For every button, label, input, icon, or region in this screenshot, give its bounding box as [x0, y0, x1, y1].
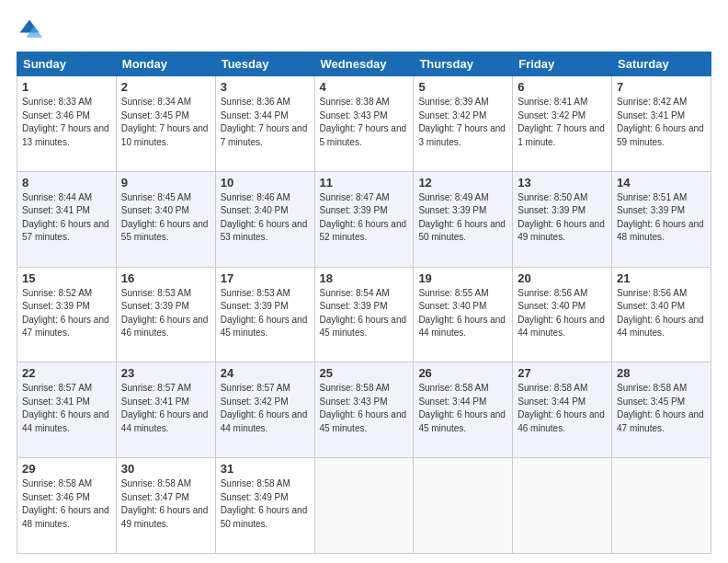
day-number: 5 — [418, 80, 507, 94]
week-row-4: 22 Sunrise: 8:57 AMSunset: 3:41 PMDaylig… — [17, 362, 711, 458]
week-row-1: 1 Sunrise: 8:33 AMSunset: 3:46 PMDayligh… — [17, 76, 711, 172]
day-number: 21 — [617, 271, 706, 285]
day-cell: 29 Sunrise: 8:58 AMSunset: 3:46 PMDaylig… — [17, 458, 117, 554]
day-info: Sunrise: 8:46 AMSunset: 3:40 PMDaylight:… — [221, 192, 308, 243]
day-cell: 24 Sunrise: 8:57 AMSunset: 3:42 PMDaylig… — [215, 362, 314, 458]
day-number: 1 — [22, 80, 111, 94]
day-cell: 25 Sunrise: 8:58 AMSunset: 3:43 PMDaylig… — [314, 362, 414, 458]
day-number: 19 — [418, 271, 507, 285]
day-number: 2 — [121, 80, 210, 94]
day-number: 17 — [221, 271, 310, 285]
logo — [17, 17, 48, 42]
day-info: Sunrise: 8:49 AMSunset: 3:39 PMDaylight:… — [418, 192, 506, 243]
day-info: Sunrise: 8:54 AMSunset: 3:39 PMDaylight:… — [320, 288, 407, 339]
day-info: Sunrise: 8:52 AMSunset: 3:39 PMDaylight:… — [22, 288, 109, 339]
day-info: Sunrise: 8:58 AMSunset: 3:45 PMDaylight:… — [617, 383, 704, 433]
day-cell: 27 Sunrise: 8:58 AMSunset: 3:44 PMDaylig… — [513, 362, 612, 458]
calendar-table: SundayMondayTuesdayWednesdayThursdayFrid… — [17, 52, 711, 554]
day-cell: 1 Sunrise: 8:33 AMSunset: 3:46 PMDayligh… — [17, 76, 117, 172]
day-cell: 26 Sunrise: 8:58 AMSunset: 3:44 PMDaylig… — [414, 362, 513, 458]
day-info: Sunrise: 8:45 AMSunset: 3:40 PMDaylight:… — [121, 192, 209, 243]
header-row: SundayMondayTuesdayWednesdayThursdayFrid… — [17, 52, 711, 76]
day-cell: 19 Sunrise: 8:55 AMSunset: 3:40 PMDaylig… — [414, 267, 513, 362]
day-info: Sunrise: 8:47 AMSunset: 3:39 PMDaylight:… — [320, 192, 407, 243]
day-info: Sunrise: 8:56 AMSunset: 3:40 PMDaylight:… — [518, 288, 605, 339]
day-info: Sunrise: 8:58 AMSunset: 3:44 PMDaylight:… — [518, 383, 605, 433]
day-number: 23 — [121, 366, 210, 380]
day-number: 28 — [617, 366, 706, 380]
day-info: Sunrise: 8:50 AMSunset: 3:39 PMDaylight:… — [518, 192, 605, 243]
day-cell: 2 Sunrise: 8:34 AMSunset: 3:45 PMDayligh… — [116, 76, 215, 172]
day-info: Sunrise: 8:51 AMSunset: 3:39 PMDaylight:… — [617, 192, 704, 243]
day-number: 22 — [22, 366, 111, 380]
day-number: 25 — [320, 366, 409, 380]
day-number: 24 — [221, 366, 310, 380]
day-number: 11 — [320, 176, 409, 190]
day-info: Sunrise: 8:55 AMSunset: 3:40 PMDaylight:… — [418, 288, 506, 339]
day-cell — [513, 458, 612, 554]
day-cell: 5 Sunrise: 8:39 AMSunset: 3:42 PMDayligh… — [414, 76, 513, 172]
logo-icon — [17, 17, 42, 42]
day-cell: 12 Sunrise: 8:49 AMSunset: 3:39 PMDaylig… — [414, 171, 513, 267]
day-number: 27 — [518, 366, 607, 380]
day-info: Sunrise: 8:34 AMSunset: 3:45 PMDaylight:… — [121, 97, 209, 147]
week-row-2: 8 Sunrise: 8:44 AMSunset: 3:41 PMDayligh… — [17, 171, 711, 267]
day-cell: 4 Sunrise: 8:38 AMSunset: 3:43 PMDayligh… — [314, 76, 414, 172]
day-number: 9 — [121, 176, 210, 190]
day-cell: 11 Sunrise: 8:47 AMSunset: 3:39 PMDaylig… — [314, 171, 414, 267]
day-cell: 23 Sunrise: 8:57 AMSunset: 3:41 PMDaylig… — [116, 362, 215, 458]
day-info: Sunrise: 8:57 AMSunset: 3:42 PMDaylight:… — [221, 383, 308, 433]
day-info: Sunrise: 8:58 AMSunset: 3:49 PMDaylight:… — [221, 478, 308, 529]
week-row-5: 29 Sunrise: 8:58 AMSunset: 3:46 PMDaylig… — [17, 458, 711, 554]
day-cell: 30 Sunrise: 8:58 AMSunset: 3:47 PMDaylig… — [116, 458, 215, 554]
day-cell: 14 Sunrise: 8:51 AMSunset: 3:39 PMDaylig… — [612, 171, 711, 267]
col-header-saturday: Saturday — [612, 52, 711, 76]
day-cell: 13 Sunrise: 8:50 AMSunset: 3:39 PMDaylig… — [513, 171, 612, 267]
day-cell — [414, 458, 513, 554]
day-info: Sunrise: 8:36 AMSunset: 3:44 PMDaylight:… — [221, 97, 308, 147]
day-cell: 8 Sunrise: 8:44 AMSunset: 3:41 PMDayligh… — [17, 171, 117, 267]
day-cell: 6 Sunrise: 8:41 AMSunset: 3:42 PMDayligh… — [513, 76, 612, 172]
day-cell: 28 Sunrise: 8:58 AMSunset: 3:45 PMDaylig… — [612, 362, 711, 458]
day-cell: 16 Sunrise: 8:53 AMSunset: 3:39 PMDaylig… — [116, 267, 215, 362]
day-number: 4 — [320, 80, 409, 94]
day-number: 29 — [22, 462, 111, 476]
day-number: 15 — [22, 271, 111, 285]
day-number: 3 — [221, 80, 310, 94]
day-cell: 20 Sunrise: 8:56 AMSunset: 3:40 PMDaylig… — [513, 267, 612, 362]
day-info: Sunrise: 8:57 AMSunset: 3:41 PMDaylight:… — [121, 383, 209, 433]
day-info: Sunrise: 8:44 AMSunset: 3:41 PMDaylight:… — [22, 192, 109, 243]
day-number: 10 — [221, 176, 310, 190]
day-number: 18 — [320, 271, 409, 285]
day-cell: 18 Sunrise: 8:54 AMSunset: 3:39 PMDaylig… — [314, 267, 414, 362]
day-number: 14 — [617, 176, 706, 190]
day-cell — [612, 458, 711, 554]
day-cell: 31 Sunrise: 8:58 AMSunset: 3:49 PMDaylig… — [215, 458, 314, 554]
day-cell: 9 Sunrise: 8:45 AMSunset: 3:40 PMDayligh… — [116, 171, 215, 267]
page: SundayMondayTuesdayWednesdayThursdayFrid… — [0, 0, 728, 563]
week-row-3: 15 Sunrise: 8:52 AMSunset: 3:39 PMDaylig… — [17, 267, 711, 362]
day-info: Sunrise: 8:39 AMSunset: 3:42 PMDaylight:… — [418, 97, 506, 147]
header — [17, 17, 711, 42]
day-info: Sunrise: 8:53 AMSunset: 3:39 PMDaylight:… — [221, 288, 308, 339]
day-number: 31 — [221, 462, 310, 476]
col-header-thursday: Thursday — [414, 52, 513, 76]
day-number: 7 — [617, 80, 706, 94]
day-info: Sunrise: 8:38 AMSunset: 3:43 PMDaylight:… — [320, 97, 407, 147]
day-info: Sunrise: 8:58 AMSunset: 3:47 PMDaylight:… — [121, 478, 209, 529]
col-header-wednesday: Wednesday — [314, 52, 414, 76]
day-info: Sunrise: 8:58 AMSunset: 3:43 PMDaylight:… — [320, 383, 407, 433]
day-number: 8 — [22, 176, 111, 190]
day-info: Sunrise: 8:56 AMSunset: 3:40 PMDaylight:… — [617, 288, 704, 339]
day-cell: 22 Sunrise: 8:57 AMSunset: 3:41 PMDaylig… — [17, 362, 117, 458]
col-header-friday: Friday — [513, 52, 612, 76]
day-number: 12 — [418, 176, 507, 190]
day-cell: 15 Sunrise: 8:52 AMSunset: 3:39 PMDaylig… — [17, 267, 117, 362]
day-number: 13 — [518, 176, 607, 190]
day-info: Sunrise: 8:58 AMSunset: 3:44 PMDaylight:… — [418, 383, 506, 433]
col-header-tuesday: Tuesday — [215, 52, 314, 76]
day-cell: 17 Sunrise: 8:53 AMSunset: 3:39 PMDaylig… — [215, 267, 314, 362]
day-cell: 3 Sunrise: 8:36 AMSunset: 3:44 PMDayligh… — [215, 76, 314, 172]
day-cell: 10 Sunrise: 8:46 AMSunset: 3:40 PMDaylig… — [215, 171, 314, 267]
day-info: Sunrise: 8:33 AMSunset: 3:46 PMDaylight:… — [22, 97, 109, 147]
